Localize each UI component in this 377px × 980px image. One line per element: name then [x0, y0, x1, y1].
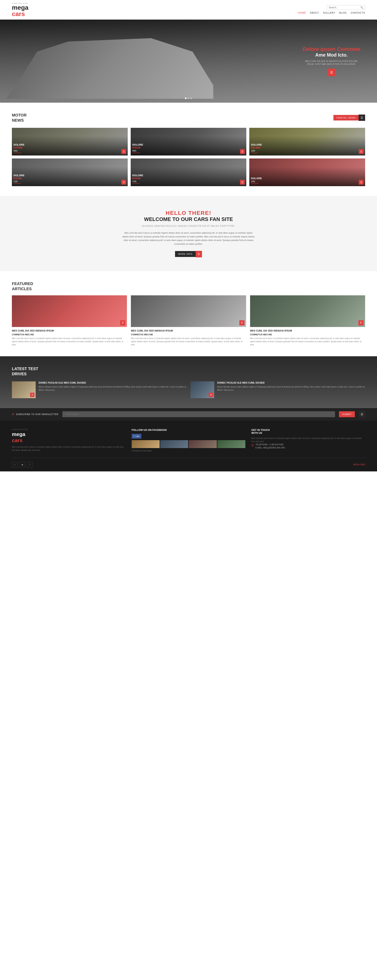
news-card-3[interactable]: DOLORE FELIMU 10th 1 POST ☰: [249, 128, 365, 156]
featured-img-1: ☰: [12, 295, 127, 327]
motor-news-title: MOTORNEWS: [12, 113, 27, 123]
news-card-2[interactable]: DOLORE IPSUM 08th 3 POSTS ☰: [131, 128, 246, 156]
news-card-3-date: 10th: [251, 150, 262, 152]
logo-cars: cars: [12, 10, 25, 18]
footer-logo-cars: cars: [12, 438, 22, 443]
logo: CARS FAN SITE mega cars: [12, 2, 29, 17]
nav-contacts[interactable]: CONTACTS: [351, 11, 365, 14]
hero-dot-3[interactable]: [190, 97, 192, 99]
featured-img-3: ☰: [250, 295, 365, 327]
news-card-3-title2: FELIMU: [251, 146, 262, 149]
news-card-1-icon: ☰: [121, 149, 126, 154]
facebook-icon: f: [134, 435, 134, 438]
more-info-button[interactable]: MORE INFO: [175, 251, 195, 257]
search-bar[interactable]: 🔍: [327, 5, 365, 10]
contact-phone: ✆ TELEPHONE: +1 800 603 9035 E-MAIL: MAI…: [251, 443, 365, 449]
latest-card-2-title: DONEC FACILISI ULE MES CUML DIASED: [217, 382, 365, 384]
nav-blog[interactable]: BLOG: [339, 11, 347, 14]
hero-section: Dolore Ipsum Commete Ame Mod Icto. MES C…: [0, 19, 377, 103]
nav-home[interactable]: HOME: [298, 11, 306, 14]
news-card-4-overlay: [12, 159, 128, 186]
facebook-link[interactable]: Facebook social plugin: [132, 450, 246, 452]
twitter-icon[interactable]: ◆: [19, 462, 25, 468]
email-icon: ✉: [12, 413, 14, 416]
latest-grid: ☰ DONEC FACILISI ULE MES CUML DIASED Mor…: [12, 382, 365, 398]
latest-card-1[interactable]: ☰ DONEC FACILISI ULE MES CUML DIASED Mor…: [12, 382, 187, 398]
featured-card-2-text: Mes cuml dia sed in lacus ut molestie In…: [131, 337, 246, 346]
news-card-6-icon: ☰: [359, 180, 364, 185]
social-icons: □ ◆ f: [12, 462, 32, 468]
main-nav: HOME ABOUT GALLERY BLOG CONTACTS: [298, 11, 365, 14]
featured-card-3-title: MES CUML DIA SED INENIASI IPSUM: [250, 329, 365, 332]
news-card-6[interactable]: DOLORE 16th 3 POSTS ☰: [249, 159, 365, 186]
news-card-2-tag: 3 POSTS: [132, 152, 143, 154]
featured-card-2[interactable]: ☰ MES CUML DIA SED INENIASI IPSUM COMNET…: [131, 295, 246, 346]
news-card-4-title2: IPSUM: [13, 177, 24, 180]
footer-facebook-heading: FOLLOW US ON FACEBOOK: [132, 428, 246, 431]
more-info-icon-button[interactable]: ☰: [196, 251, 202, 257]
footer-logo-mega: mega: [12, 431, 26, 437]
footer-facebook-col: FOLLOW US ON FACEBOOK f Like Facebook so…: [132, 428, 246, 452]
hero-dot-1[interactable]: [185, 97, 187, 99]
news-card-2-title1: DOLORE: [132, 143, 143, 146]
featured-card-1-subtitle: COMNETUS MES INE: [12, 333, 127, 336]
featured-img-2: ☰: [131, 295, 246, 327]
news-card-6-overlay: [249, 159, 365, 186]
copyright-suffix: CARS: [359, 463, 365, 466]
welcome-title-red: HELLO THERE!: [12, 210, 365, 216]
latest-img-2-icon: ☰: [209, 393, 213, 397]
latest-card-2-text: Mores falesper ipsum malis vallibus ingi…: [217, 385, 365, 392]
news-card-1-date: 06th: [13, 150, 24, 152]
site-header: CARS FAN SITE mega cars 🔍 HOME ABOUT GAL…: [0, 0, 377, 19]
news-grid: DOLORE FUTEM 06th 2 POSTS ☰ DOLORE IPSUM…: [12, 128, 365, 186]
featured-card-3[interactable]: ☰ MES CUML DIA SED INENIASI IPSUM COMNET…: [250, 295, 365, 346]
news-card-4[interactable]: DOLORE IPSUM 12th 4 POSTS ☰: [12, 159, 128, 186]
fb-image-4: [217, 440, 245, 448]
featured-img-3-icon: ☰: [358, 320, 364, 325]
facebook-social-icon[interactable]: f: [27, 462, 32, 468]
news-card-5-title1: DOLORE: [132, 174, 143, 177]
news-card-2-info: DOLORE IPSUM 08th 3 POSTS: [132, 143, 143, 154]
nav-gallery[interactable]: GALLERY: [323, 11, 335, 14]
latest-card-1-content: DONEC FACILISI ULE MES CUML DIASED Mores…: [38, 382, 187, 392]
news-card-4-title1: DOLORE: [13, 174, 24, 177]
news-card-4-date: 12th: [13, 180, 24, 183]
news-card-3-title1: DOLORE: [251, 143, 262, 146]
featured-card-2-subtitle: COMNETUS MES INE: [131, 333, 246, 336]
latest-title: LATEST TESTDRIVES: [12, 366, 365, 377]
copyright-prefix: MEGA: [353, 463, 359, 466]
news-card-4-info: DOLORE IPSUM 12th 4 POSTS: [13, 174, 24, 185]
header-right: 🔍 HOME ABOUT GALLERY BLOG CONTACTS: [298, 5, 365, 14]
view-all-button[interactable]: VIEW ALL NEWS: [334, 115, 359, 121]
news-card-1-title1: DOLORE: [13, 143, 24, 146]
news-card-6-date: 16th: [251, 180, 262, 183]
news-card-1-info: DOLORE FUTEM 06th 2 POSTS: [13, 143, 24, 154]
featured-title: FEATUREDARTICLES: [12, 281, 365, 291]
news-card-3-info: DOLORE FELIMU 10th 1 POST: [251, 143, 262, 154]
copyright: MEGA CARS: [353, 463, 365, 466]
newsletter-input[interactable]: [62, 411, 335, 417]
footer-logo-col: CARS FAN SITE mega cars Mes cuml dia sed…: [12, 428, 126, 452]
latest-card-2[interactable]: ☰ DONEC FACILISI ULE MES CUML DIASED Mor…: [190, 382, 365, 398]
facebook-button[interactable]: f Like: [132, 434, 141, 439]
hero-cta-button[interactable]: ☰: [328, 68, 335, 76]
welcome-title-dark: WELCOME TO OUR CARS FAN SITE: [12, 216, 365, 222]
welcome-text: Mes cuml dia sed in lacus ut molestie In…: [121, 231, 256, 246]
news-card-1-title2: FUTEM: [13, 146, 24, 149]
instagram-icon[interactable]: □: [12, 462, 18, 468]
newsletter-label-text: SUBSCRIBE TO OUR NEWSLETTER: [16, 413, 58, 415]
fb-image-1: [132, 440, 160, 448]
news-card-6-title1: DOLORE: [251, 177, 262, 180]
newsletter-icon-button[interactable]: ☰: [359, 411, 365, 418]
news-card-5[interactable]: DOLORE INSUM 14th 2 POSTS ☰: [131, 159, 246, 186]
featured-card-1[interactable]: ☰ MES CUML DIA SED INENIASI IPSUM COMNET…: [12, 295, 127, 346]
hero-dot-2[interactable]: [188, 97, 189, 99]
newsletter-submit-button[interactable]: SUBMIT: [339, 411, 355, 417]
view-all-icon-button[interactable]: ☰: [359, 115, 365, 121]
news-card-1[interactable]: DOLORE FUTEM 06th 2 POSTS ☰: [12, 128, 128, 156]
logo-text: mega cars: [12, 4, 29, 17]
footer-top: CARS FAN SITE mega cars Mes cuml dia sed…: [12, 428, 365, 452]
news-card-3-tag: 1 POST: [251, 152, 262, 154]
search-input[interactable]: [329, 6, 360, 9]
nav-about[interactable]: ABOUT: [310, 11, 319, 14]
